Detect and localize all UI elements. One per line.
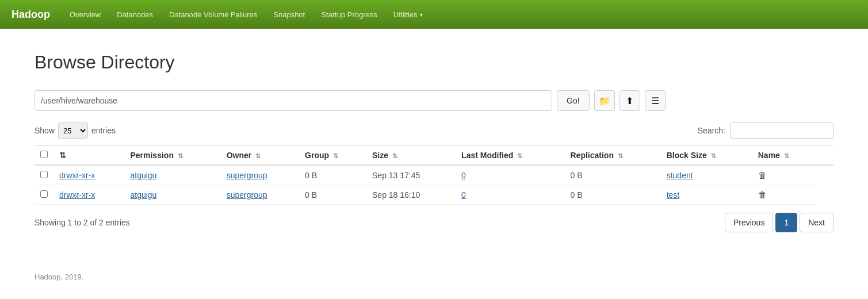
path-input[interactable] [35, 90, 552, 111]
row-group-1: supergroup [221, 185, 299, 205]
group-link-1[interactable]: supergroup [227, 190, 267, 200]
delete-icon-1[interactable]: 🗑 [758, 190, 767, 200]
folder-button[interactable]: 📁 [594, 90, 615, 111]
main-content: Browse Directory Go! 📁 ⬆ ☰ Show 10 25 50… [0, 29, 868, 255]
entries-label: entries [91, 126, 116, 135]
next-button[interactable]: Next [800, 213, 833, 232]
row-permission-0: drwxr-xr-x [53, 165, 124, 185]
row-replication-1: 0 [456, 185, 564, 205]
upload-icon: ⬆ [626, 95, 633, 106]
folder-icon: 📁 [599, 95, 610, 106]
col-actions [816, 146, 833, 166]
table-body: drwxr-xr-x atguigu supergroup 0 B Sep 13… [35, 165, 833, 205]
row-permission-1: drwxr-xr-x [53, 185, 124, 205]
block-size-sort-icon[interactable]: ⇅ [711, 152, 716, 159]
col-permission: Permission ⇅ [124, 146, 220, 166]
page-title: Browse Directory [35, 52, 833, 73]
go-button[interactable]: Go! [557, 90, 590, 111]
row-size-0: 0 B [299, 165, 366, 185]
nav-item-datanodes[interactable]: Datanodes [109, 2, 161, 27]
row-owner-0: atguigu [124, 165, 220, 185]
show-label: Show [35, 126, 55, 135]
owner-link-0[interactable]: atguigu [130, 171, 156, 180]
nav-item-overview[interactable]: Overview [62, 2, 109, 27]
col-name: Name ⇅ [752, 146, 816, 166]
showing-text: Showing 1 to 2 of 2 entries [35, 218, 130, 227]
upload-button[interactable]: ⬆ [620, 90, 640, 111]
group-sort-icon[interactable]: ⇅ [333, 152, 338, 159]
replication-link-0[interactable]: 0 [461, 171, 466, 180]
list-icon: ☰ [651, 95, 659, 106]
row-last-modified-0: Sep 13 17:45 [366, 165, 456, 185]
pagination-row: Showing 1 to 2 of 2 entries Previous 1 N… [35, 213, 833, 232]
col-last-modified: Last Modified ⇅ [456, 146, 564, 166]
col-replication: Replication ⇅ [564, 146, 660, 166]
list-button[interactable]: ☰ [645, 90, 666, 111]
navbar: Hadoop Overview Datanodes Datanode Volum… [0, 0, 868, 29]
search-input[interactable] [730, 122, 833, 139]
size-sort-icon[interactable]: ⇅ [392, 152, 397, 159]
previous-button[interactable]: Previous [725, 213, 773, 232]
footer-text: Hadoop, 2019. [35, 273, 83, 281]
controls-row: Show 10 25 50 100 entries Search: [35, 122, 833, 139]
table-row: drwxr-xr-x atguigu supergroup 0 B Sep 18… [35, 185, 833, 205]
last-modified-sort-icon[interactable]: ⇅ [517, 152, 522, 159]
nav-item-startup-progress[interactable]: Startup Progress [313, 2, 385, 27]
utilities-dropdown-arrow: ▾ [420, 12, 423, 18]
row-delete-1: 🗑 [752, 185, 816, 205]
replication-link-1[interactable]: 0 [461, 190, 466, 200]
col-block-size: Block Size ⇅ [661, 146, 752, 166]
select-all-checkbox[interactable] [40, 151, 48, 158]
table-header: ⇅ Permission ⇅ Owner ⇅ Group ⇅ Size ⇅ [35, 146, 833, 166]
row-last-modified-1: Sep 18 16:10 [366, 185, 456, 205]
owner-link-1[interactable]: atguigu [130, 190, 156, 200]
row-checkbox-cell [35, 185, 53, 205]
row-size-1: 0 B [299, 185, 366, 205]
footer: Hadoop, 2019. [0, 255, 868, 293]
permission-link-0[interactable]: drwxr-xr-x [59, 171, 95, 180]
row-group-0: supergroup [221, 165, 299, 185]
row-delete-0: 🗑 [752, 165, 816, 185]
col-owner: Owner ⇅ [221, 146, 299, 166]
pagination: Previous 1 Next [725, 213, 833, 232]
owner-sort-icon[interactable]: ⇅ [255, 152, 261, 159]
group-link-0[interactable]: supergroup [227, 171, 267, 180]
col-sort-icon[interactable]: ⇅ [53, 146, 124, 166]
entries-select[interactable]: 10 25 50 100 [58, 122, 88, 139]
row-checkbox-0[interactable] [40, 171, 48, 178]
col-group: Group ⇅ [299, 146, 366, 166]
row-owner-1: atguigu [124, 185, 220, 205]
col-checkbox-header [35, 146, 53, 166]
row-block-size-0: 0 B [564, 165, 660, 185]
nav-item-snapshot[interactable]: Snapshot [265, 2, 313, 27]
col-size: Size ⇅ [366, 146, 456, 166]
row-block-size-1: 0 B [564, 185, 660, 205]
navbar-brand[interactable]: Hadoop [12, 9, 50, 21]
row-checkbox-1[interactable] [40, 190, 48, 198]
show-entries: Show 10 25 50 100 entries [35, 122, 116, 139]
permission-sort-icon[interactable]: ⇅ [178, 152, 183, 159]
search-label: Search: [698, 126, 725, 135]
name-sort-icon[interactable]: ⇅ [784, 152, 789, 159]
row-replication-0: 0 [456, 165, 564, 185]
delete-icon-0[interactable]: 🗑 [758, 170, 767, 180]
nav-item-datanode-volume-failures[interactable]: Datanode Volume Failures [161, 2, 265, 27]
row-checkbox-cell [35, 165, 53, 185]
name-link-1[interactable]: test [667, 190, 680, 200]
permission-link-1[interactable]: drwxr-xr-x [59, 190, 95, 200]
directory-table: ⇅ Permission ⇅ Owner ⇅ Group ⇅ Size ⇅ [35, 145, 833, 205]
sort-general-icon: ⇅ [59, 151, 66, 160]
page-1-button[interactable]: 1 [775, 213, 797, 232]
nav-item-utilities[interactable]: Utilities ▾ [385, 2, 431, 27]
row-name-1: test [661, 185, 752, 205]
replication-sort-icon[interactable]: ⇅ [618, 152, 623, 159]
name-link-0[interactable]: student [667, 171, 693, 180]
row-name-0: student [661, 165, 752, 185]
path-row: Go! 📁 ⬆ ☰ [35, 90, 833, 111]
table-row: drwxr-xr-x atguigu supergroup 0 B Sep 13… [35, 165, 833, 185]
search-row: Search: [698, 122, 833, 139]
